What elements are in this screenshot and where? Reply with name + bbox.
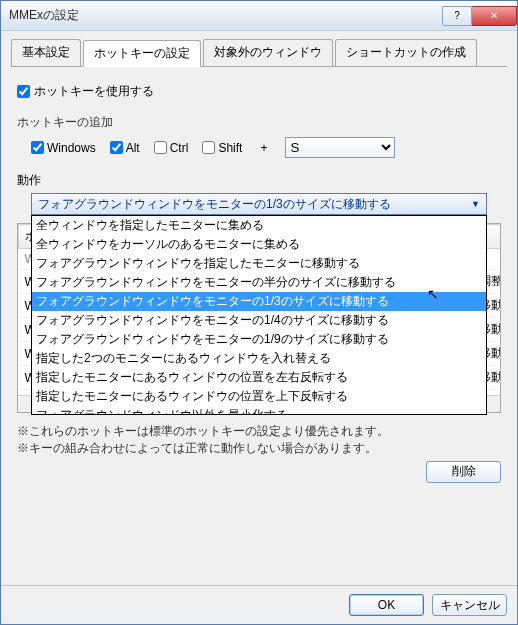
dropdown-option-selected[interactable]: フォアグラウンドウィンドウをモニターの1/3のサイズに移動する: [32, 292, 486, 311]
titlebar: MMExの設定 ? ✕: [1, 1, 517, 31]
tab-basic[interactable]: 基本設定: [11, 39, 81, 66]
delete-button[interactable]: 削除: [426, 461, 501, 483]
action-dropdown-wrap: フォアグラウンドウィンドウをモニターの1/3のサイズに移動する ▼ 全ウィンドウ…: [31, 193, 487, 215]
dropdown-option[interactable]: フォアグラウンドウィンドウをモニターの1/9のサイズに移動する: [32, 330, 486, 349]
mod-ctrl[interactable]: Ctrl: [154, 141, 189, 155]
bottom-bar: OK キャンセル: [1, 585, 517, 624]
content-area: 基本設定 ホットキーの設定 対象外のウィンドウ ショートカットの作成 ホットキー…: [1, 31, 517, 585]
mod-alt[interactable]: Alt: [110, 141, 140, 155]
dropdown-option[interactable]: 指定した2つのモニターにあるウィンドウを入れ替える: [32, 349, 486, 368]
add-hotkey-label: ホットキーの追加: [17, 114, 507, 131]
use-hotkey-row: ホットキーを使用する: [17, 83, 507, 100]
close-button[interactable]: ✕: [472, 6, 517, 26]
tab-strip: 基本設定 ホットキーの設定 対象外のウィンドウ ショートカットの作成: [11, 39, 507, 67]
dropdown-option[interactable]: フォアグラウンドウィンドウを指定したモニターに移動する: [32, 254, 486, 273]
action-dropdown[interactable]: フォアグラウンドウィンドウをモニターの1/3のサイズに移動する ▼: [31, 193, 487, 215]
action-label: 動作: [17, 172, 507, 189]
dropdown-option[interactable]: 指定したモニターにあるウィンドウの位置を左右反転する: [32, 368, 486, 387]
window-title: MMExの設定: [9, 7, 442, 24]
delete-row: 削除: [11, 461, 501, 483]
dropdown-selected-text: フォアグラウンドウィンドウをモニターの1/3のサイズに移動する: [38, 196, 391, 213]
tab-shortcut[interactable]: ショートカットの作成: [335, 39, 477, 66]
use-hotkey-checkbox[interactable]: [17, 85, 30, 98]
help-button[interactable]: ?: [442, 6, 472, 26]
settings-window: MMExの設定 ? ✕ 基本設定 ホットキーの設定 対象外のウィンドウ ショート…: [0, 0, 518, 625]
dropdown-option[interactable]: 全ウィンドウをカーソルのあるモニターに集める: [32, 235, 486, 254]
mod-windows[interactable]: Windows: [31, 141, 96, 155]
chevron-down-icon: ▼: [471, 199, 480, 209]
cancel-button[interactable]: キャンセル: [432, 594, 507, 616]
modifier-row: Windows Alt Ctrl Shift + S: [31, 137, 507, 158]
use-hotkey-label: ホットキーを使用する: [34, 83, 154, 100]
ok-button[interactable]: OK: [349, 594, 424, 616]
tab-exclude[interactable]: 対象外のウィンドウ: [203, 39, 333, 66]
note-line-1: ※これらのホットキーは標準のホットキーの設定より優先されます。: [17, 423, 501, 440]
notes: ※これらのホットキーは標準のホットキーの設定より優先されます。 ※キーの組み合わ…: [17, 423, 501, 457]
key-select[interactable]: S: [285, 137, 395, 158]
note-line-2: ※キーの組み合わせによっては正常に動作しない場合があります。: [17, 440, 501, 457]
dropdown-option[interactable]: フォアグラウンドウィンドウをモニターの半分のサイズに移動する: [32, 273, 486, 292]
dropdown-list: 全ウィンドウを指定したモニターに集める 全ウィンドウをカーソルのあるモニターに集…: [31, 215, 487, 415]
dropdown-option[interactable]: フォアグラウンドウィンドウ以外を最小化する: [32, 406, 486, 415]
dropdown-option[interactable]: 指定したモニターにあるウィンドウの位置を上下反転する: [32, 387, 486, 406]
mod-shift[interactable]: Shift: [202, 141, 242, 155]
dropdown-option[interactable]: 全ウィンドウを指定したモニターに集める: [32, 216, 486, 235]
window-buttons: ? ✕: [442, 6, 517, 26]
tab-hotkey[interactable]: ホットキーの設定: [83, 40, 201, 67]
plus-sign: +: [260, 141, 267, 155]
dropdown-option[interactable]: フォアグラウンドウィンドウをモニターの1/4のサイズに移動する: [32, 311, 486, 330]
